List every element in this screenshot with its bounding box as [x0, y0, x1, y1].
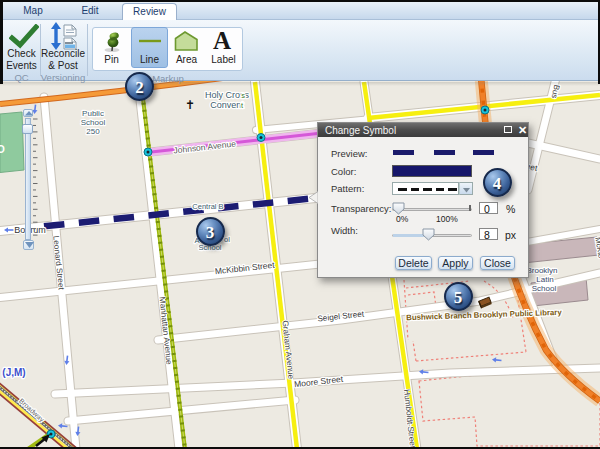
svg-text:School: School — [81, 118, 106, 127]
svg-text:Latin: Latin — [536, 275, 553, 284]
svg-text:O: O — [0, 144, 5, 155]
svg-text:Public: Public — [82, 109, 104, 118]
svg-text:✝: ✝ — [185, 98, 195, 112]
svg-text:School: School — [532, 284, 557, 293]
svg-text:Central B: Central B — [192, 202, 223, 211]
svg-text:Brooklyn: Brooklyn — [526, 266, 557, 275]
svg-text:s: s — [241, 91, 245, 100]
svg-text:ol: ol — [224, 235, 230, 244]
svg-text:250: 250 — [86, 127, 100, 136]
svg-text:Convent: Convent — [210, 100, 244, 110]
svg-text:(J,M): (J,M) — [2, 367, 25, 378]
